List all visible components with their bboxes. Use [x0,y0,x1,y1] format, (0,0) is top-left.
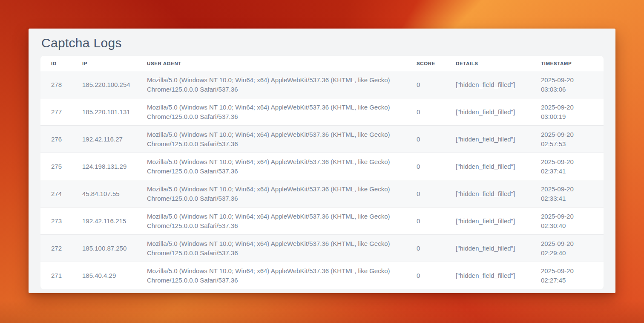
table-row: 276 192.42.116.27 Mozilla/5.0 (Windows N… [40,126,604,153]
table-row: 271 185.40.4.29 Mozilla/5.0 (Windows NT … [40,262,604,289]
captcha-logs-page: { "page": { "title": "Captcha Logs" }, "… [0,0,644,323]
table-row: 275 124.198.131.29 Mozilla/5.0 (Windows … [40,153,604,180]
cell-score: 0 [406,71,445,98]
cell-score: 0 [406,235,445,262]
cell-ip: 45.84.107.55 [72,180,136,208]
table-row: 272 185.100.87.250 Mozilla/5.0 (Windows … [40,235,604,262]
column-header-user-agent: USER AGENT [136,56,406,71]
cell-ip: 185.100.87.250 [72,235,136,262]
cell-score: 0 [406,126,445,153]
cell-user-agent: Mozilla/5.0 (Windows NT 10.0; Win64; x64… [136,235,406,262]
cell-user-agent: Mozilla/5.0 (Windows NT 10.0; Win64; x64… [136,126,406,153]
cell-timestamp: 2025-09-20 02:37:41 [530,153,604,180]
table-row: 273 192.42.116.215 Mozilla/5.0 (Windows … [40,208,604,235]
cell-id: 272 [40,235,72,262]
cell-score: 0 [406,98,445,126]
cell-id: 277 [40,98,72,126]
cell-timestamp: 2025-09-20 02:29:40 [530,235,604,262]
cell-user-agent: Mozilla/5.0 (Windows NT 10.0; Win64; x64… [136,153,406,180]
cell-score: 0 [406,180,445,208]
cell-details: ["hidden_field_filled"] [445,126,530,153]
cell-ip: 124.198.131.29 [72,153,136,180]
cell-timestamp: 2025-09-20 03:00:19 [530,98,604,126]
cell-id: 275 [40,153,72,180]
cell-ip: 192.42.116.27 [72,126,136,153]
table-row: 274 45.84.107.55 Mozilla/5.0 (Windows NT… [40,180,604,208]
cell-details: ["hidden_field_filled"] [445,208,530,235]
cell-user-agent: Mozilla/5.0 (Windows NT 10.0; Win64; x64… [136,98,406,126]
cell-timestamp: 2025-09-20 02:30:40 [530,208,604,235]
cell-score: 0 [406,153,445,180]
cell-ip: 192.42.116.215 [72,208,136,235]
cell-details: ["hidden_field_filled"] [445,71,530,98]
cell-id: 271 [40,262,72,289]
cell-details: ["hidden_field_filled"] [445,98,530,126]
cell-timestamp: 2025-09-20 02:27:45 [530,262,604,289]
cell-id: 274 [40,180,72,208]
table-row: 277 185.220.101.131 Mozilla/5.0 (Windows… [40,98,604,126]
cell-ip: 185.220.101.131 [72,98,136,126]
cell-id: 278 [40,71,72,98]
logs-table-container: ID IP USER AGENT SCORE DETAILS TIMESTAMP… [40,56,604,289]
cell-details: ["hidden_field_filled"] [445,235,530,262]
table-body: 278 185.220.100.254 Mozilla/5.0 (Windows… [40,71,604,289]
cell-details: ["hidden_field_filled"] [445,262,530,289]
cell-ip: 185.40.4.29 [72,262,136,289]
logs-table: ID IP USER AGENT SCORE DETAILS TIMESTAMP… [40,56,604,289]
cell-user-agent: Mozilla/5.0 (Windows NT 10.0; Win64; x64… [136,262,406,289]
column-header-timestamp: TIMESTAMP [530,56,604,71]
cell-timestamp: 2025-09-20 02:33:41 [530,180,604,208]
column-header-ip: IP [72,56,136,71]
cell-timestamp: 2025-09-20 03:03:06 [530,71,604,98]
cell-ip: 185.220.100.254 [72,71,136,98]
table-header: ID IP USER AGENT SCORE DETAILS TIMESTAMP [40,56,604,71]
cell-score: 0 [406,208,445,235]
column-header-details: DETAILS [445,56,530,71]
cell-user-agent: Mozilla/5.0 (Windows NT 10.0; Win64; x64… [136,208,406,235]
captcha-logs-card: Captcha Logs ID IP USER AGENT SCORE DETA… [29,29,615,293]
cell-user-agent: Mozilla/5.0 (Windows NT 10.0; Win64; x64… [136,71,406,98]
cell-timestamp: 2025-09-20 02:57:53 [530,126,604,153]
cell-user-agent: Mozilla/5.0 (Windows NT 10.0; Win64; x64… [136,180,406,208]
cell-score: 0 [406,262,445,289]
cell-details: ["hidden_field_filled"] [445,180,530,208]
cell-id: 273 [40,208,72,235]
column-header-score: SCORE [406,56,445,71]
column-header-id: ID [40,56,72,71]
cell-details: ["hidden_field_filled"] [445,153,530,180]
table-row: 278 185.220.100.254 Mozilla/5.0 (Windows… [40,71,604,98]
page-title: Captcha Logs [40,35,604,52]
cell-id: 276 [40,126,72,153]
